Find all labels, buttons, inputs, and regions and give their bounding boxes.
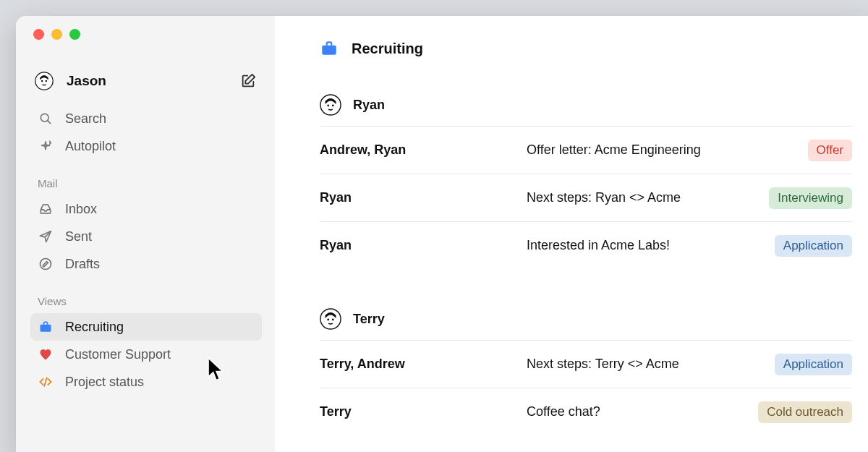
svg-line-4 [48,121,51,124]
briefcase-icon [320,39,339,58]
group-name: Ryan [353,98,385,113]
status-badge: Cold outreach [758,401,852,423]
from-label: Terry [320,404,527,419]
sidebar-item-label: Customer Support [65,347,171,362]
svg-point-2 [46,80,47,82]
group-header[interactable]: Terry [320,301,852,340]
sidebar: Jason Search Autopilot Mail Inbox [16,16,275,452]
svg-point-12 [332,105,334,107]
email-row[interactable]: Ryan Interested in Acme Labs! Applicatio… [320,221,852,269]
sidebar-item-inbox[interactable]: Inbox [30,195,262,223]
person-avatar-icon [320,94,341,116]
sparkle-icon [38,138,54,154]
status-badge: Interviewing [769,187,852,209]
status-badge: Application [775,354,852,375]
sidebar-item-search[interactable]: Search [30,105,262,132]
heart-icon [38,346,54,362]
sidebar-item-drafts[interactable]: Drafts [30,250,262,278]
svg-point-0 [35,72,53,90]
subject-label: Next steps: Ryan <> Acme [527,190,769,205]
minimize-window-button[interactable] [51,29,62,40]
email-row[interactable]: Andrew, Ryan Offer letter: Acme Engineer… [320,126,852,174]
email-row[interactable]: Terry Coffee chat? Cold outreach [320,388,852,435]
from-label: Andrew, Ryan [320,142,527,158]
from-label: Ryan [320,190,527,205]
sidebar-item-label: Drafts [65,257,100,272]
user-name: Jason [67,73,106,89]
sidebar-item-label: Recruiting [65,320,124,335]
subject-label: Next steps: Terry <> Acme [527,357,775,372]
sidebar-item-project-status[interactable]: Project status [30,368,262,396]
user-avatar-icon [35,72,54,90]
sidebar-item-customer-support[interactable]: Customer Support [30,341,262,368]
code-icon [38,374,54,390]
section-label-views: Views [30,278,262,313]
person-avatar-icon [320,308,341,330]
group-name: Terry [353,312,385,327]
search-icon [38,111,54,127]
svg-point-14 [327,319,329,321]
view-header: Recruiting [320,39,852,58]
sidebar-item-recruiting[interactable]: Recruiting [30,313,262,341]
section-label-mail: Mail [30,160,262,195]
drafts-icon [38,256,54,272]
sidebar-item-label: Autopilot [65,139,116,154]
send-icon [38,229,54,244]
svg-point-1 [41,80,43,82]
svg-point-13 [320,309,341,329]
svg-point-11 [327,105,329,107]
sidebar-item-autopilot[interactable]: Autopilot [30,132,262,160]
sidebar-item-label: Inbox [65,202,97,217]
from-label: Ryan [320,238,527,253]
svg-rect-9 [322,46,336,55]
sidebar-item-label: Project status [65,375,144,390]
maximize-window-button[interactable] [69,29,80,40]
svg-rect-7 [41,325,51,332]
email-row[interactable]: Terry, Andrew Next steps: Terry <> Acme … [320,340,852,388]
page-title: Recruiting [352,40,423,57]
briefcase-icon [38,319,54,335]
from-label: Terry, Andrew [320,357,527,372]
inbox-icon [38,201,54,217]
status-badge: Offer [808,140,852,161]
subject-label: Coffee chat? [527,404,758,419]
compose-button[interactable] [240,73,256,89]
svg-point-6 [41,259,51,270]
svg-line-8 [44,378,46,386]
user-row: Jason [30,72,262,105]
main-content: Recruiting Ryan Andrew, Ryan Offer lette… [275,16,868,452]
sidebar-item-sent[interactable]: Sent [30,223,262,250]
subject-label: Interested in Acme Labs! [527,238,775,253]
app-window: Jason Search Autopilot Mail Inbox [16,16,868,452]
subject-label: Offer letter: Acme Engineering [527,142,808,158]
svg-point-10 [320,95,341,115]
sidebar-item-label: Sent [65,229,92,244]
window-traffic-lights [30,29,262,40]
group-header[interactable]: Ryan [320,87,852,126]
svg-point-15 [332,319,334,321]
email-row[interactable]: Ryan Next steps: Ryan <> Acme Interviewi… [320,174,852,221]
close-window-button[interactable] [33,29,44,40]
sidebar-item-label: Search [65,111,106,127]
status-badge: Application [775,235,852,257]
